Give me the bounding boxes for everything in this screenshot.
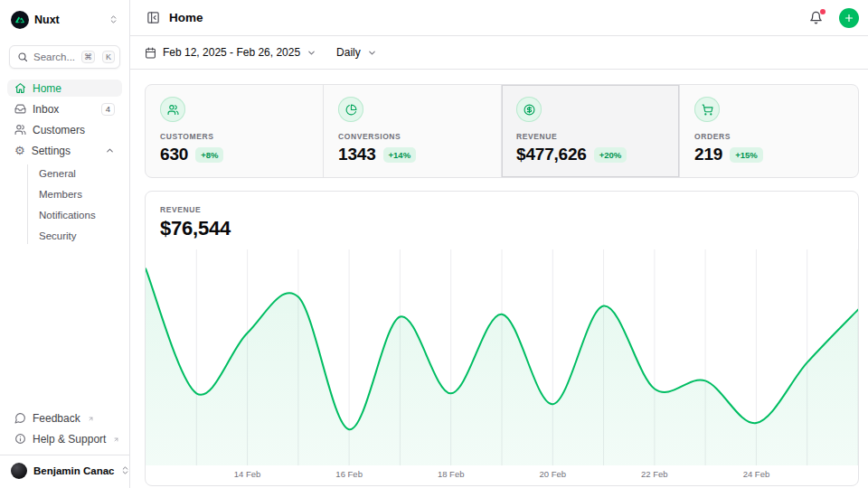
- sidebar-item-label: Customers: [33, 124, 115, 136]
- sidebar-item-general[interactable]: General: [28, 164, 122, 182]
- calendar-icon: [145, 47, 156, 59]
- sidebar-item-label: Settings: [32, 145, 99, 157]
- search-icon: [17, 52, 28, 62]
- stat-value: $477,626: [516, 145, 587, 164]
- stat-delta-badge: +14%: [383, 147, 417, 163]
- chart-pie-icon: [338, 97, 363, 122]
- users-icon: [14, 124, 26, 136]
- search-placeholder: Search...: [33, 52, 76, 62]
- circle-dollar-icon: [516, 97, 542, 122]
- add-button[interactable]: [839, 8, 859, 28]
- kbd-cmd: ⌘: [81, 51, 95, 63]
- stat-card-revenue[interactable]: REVENUE $477,626 +20%: [502, 85, 680, 177]
- stat-label: REVENUE: [516, 132, 665, 141]
- sub-item-label: General: [39, 168, 76, 179]
- notification-dot: [820, 9, 826, 14]
- inbox-count-badge: 4: [101, 103, 115, 116]
- sub-item-label: Security: [39, 230, 77, 241]
- sidebar-spacer: [7, 244, 122, 409]
- sidebar-item-security[interactable]: Security: [28, 227, 122, 244]
- stat-label: CONVERSIONS: [338, 132, 486, 141]
- chevrons-up-down-icon: [108, 12, 118, 28]
- chart-svg: [146, 249, 858, 465]
- stat-value: 630: [160, 145, 188, 164]
- x-axis: 14 Feb16 Feb18 Feb20 Feb22 Feb24 Feb: [146, 465, 858, 483]
- settings-sub-list: General Members Notifications Security: [27, 164, 122, 244]
- sidebar-item-members[interactable]: Members: [28, 185, 122, 202]
- external-link-icon: [113, 430, 119, 446]
- chevron-down-icon: [367, 48, 377, 58]
- inbox-icon: [14, 103, 26, 115]
- chart-title: REVENUE: [160, 205, 844, 214]
- footer-link-label: Help & Support: [33, 433, 106, 446]
- sub-item-label: Notifications: [39, 210, 96, 221]
- gear-icon: ⚙: [14, 145, 25, 156]
- sidebar-item-label: Home: [33, 82, 115, 95]
- x-axis-label: 20 Feb: [539, 469, 566, 479]
- granularity-select[interactable]: Daily: [336, 46, 377, 59]
- sub-item-label: Members: [39, 189, 82, 200]
- sidebar-nav: Home Inbox 4 Customers ⚙ Settings: [7, 80, 122, 244]
- x-axis-label: 18 Feb: [438, 469, 465, 479]
- stat-value: 219: [694, 145, 722, 164]
- sidebar-item-customers[interactable]: Customers: [7, 121, 122, 138]
- stat-label: ORDERS: [694, 132, 844, 141]
- stat-card-conversions[interactable]: CONVERSIONS 1343 +14%: [324, 85, 502, 177]
- help-support-link[interactable]: Help & Support: [7, 430, 122, 447]
- stat-label: CUSTOMERS: [160, 132, 308, 141]
- granularity-value: Daily: [336, 46, 361, 59]
- users-icon: [160, 97, 185, 122]
- stat-delta-badge: +15%: [730, 147, 763, 163]
- nuxt-logo-icon: [11, 11, 29, 29]
- date-range-value: Feb 12, 2025 - Feb 26, 2025: [163, 46, 300, 59]
- x-axis-label: 22 Feb: [641, 469, 668, 479]
- workspace-switcher[interactable]: Nuxt: [7, 7, 122, 33]
- search-input[interactable]: Search... ⌘ K: [9, 45, 120, 69]
- sidebar-footer: Feedback Help & Support: [7, 409, 122, 455]
- sidebar-item-inbox[interactable]: Inbox 4: [7, 100, 122, 117]
- revenue-chart[interactable]: 14 Feb16 Feb18 Feb20 Feb22 Feb24 Feb: [146, 249, 858, 485]
- home-icon: [14, 82, 26, 94]
- sidebar-item-notifications[interactable]: Notifications: [28, 206, 122, 223]
- user-name: Benjamin Canac: [33, 465, 114, 476]
- filters-toolbar: Feb 12, 2025 - Feb 26, 2025 Daily: [130, 36, 868, 70]
- x-axis-label: 16 Feb: [335, 469, 363, 479]
- sidebar-collapse-button[interactable]: [145, 9, 162, 26]
- chevron-down-icon: [307, 48, 316, 58]
- date-range-picker[interactable]: Feb 12, 2025 - Feb 26, 2025: [145, 46, 316, 59]
- chevron-up-icon: [105, 145, 115, 155]
- external-link-icon: [88, 409, 94, 426]
- sidebar-item-settings[interactable]: ⚙ Settings: [7, 142, 122, 159]
- user-menu[interactable]: Benjamin Canac: [0, 455, 129, 481]
- sidebar-item-home[interactable]: Home: [7, 80, 122, 97]
- revenue-chart-card: REVENUE $76,544: [145, 191, 859, 486]
- stat-delta-badge: +20%: [594, 147, 627, 163]
- notifications-button[interactable]: [806, 7, 826, 28]
- stat-value: 1343: [338, 145, 376, 164]
- chart-header: REVENUE $76,544: [146, 192, 858, 249]
- cart-icon: [694, 97, 720, 122]
- app-window: Nuxt Search... ⌘ K Home: [0, 0, 868, 488]
- stat-delta-badge: +8%: [195, 147, 223, 163]
- workspace-name: Nuxt: [34, 14, 103, 26]
- stats-row: CUSTOMERS 630 +8% CONVERSIONS 1343 +14%: [145, 84, 859, 178]
- feedback-link[interactable]: Feedback: [7, 409, 122, 427]
- stat-card-customers[interactable]: CUSTOMERS 630 +8%: [146, 85, 324, 177]
- main-panel: Home Feb 12, 2025 - Feb 26, 2025 Daily: [130, 0, 868, 488]
- avatar: [11, 463, 27, 479]
- dashboard-content: CUSTOMERS 630 +8% CONVERSIONS 1343 +14%: [130, 70, 868, 488]
- topbar: Home: [130, 0, 868, 36]
- sidebar: Nuxt Search... ⌘ K Home: [0, 0, 130, 488]
- sidebar-item-label: Inbox: [33, 103, 95, 116]
- x-axis-label: 24 Feb: [743, 469, 770, 479]
- page-title: Home: [169, 11, 798, 24]
- kbd-k: K: [102, 51, 115, 63]
- stat-card-orders[interactable]: ORDERS 219 +15%: [680, 85, 858, 177]
- chevrons-up-down-icon: [120, 463, 130, 479]
- message-circle-icon: [14, 412, 26, 424]
- chart-current-value: $76,544: [160, 217, 844, 240]
- footer-link-label: Feedback: [33, 412, 80, 425]
- x-axis-label: 14 Feb: [234, 469, 261, 479]
- info-circle-icon: [14, 433, 26, 445]
